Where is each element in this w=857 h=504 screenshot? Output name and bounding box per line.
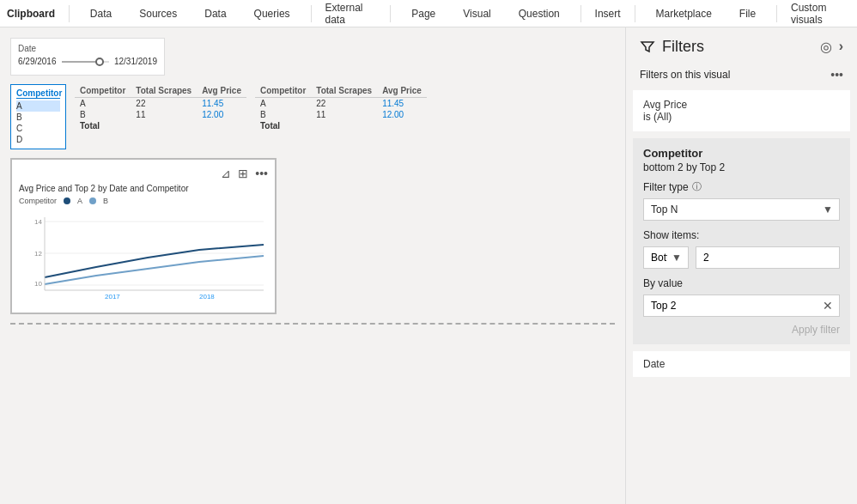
table-row-total: Total — [75, 120, 246, 131]
slicer-label: Date — [18, 44, 157, 53]
filters-title: Filters — [640, 38, 704, 56]
canvas: Date 6/29/2016 12/31/2019 Competitor A B… — [0, 27, 625, 504]
info-icon: ⓘ — [692, 180, 702, 193]
ribbon-divider4 — [580, 5, 581, 22]
table1: Competitor Total Scrapes Avg Price A 22 … — [75, 84, 246, 131]
chart-svg: 14 12 10 2017 2018 Date — [19, 209, 268, 303]
comp-header: Competitor — [16, 88, 60, 99]
bottom-select-wrapper: Bottom Top ▼ — [643, 246, 689, 269]
competitor-filter-subtitle: bottom 2 by Top 2 — [643, 161, 840, 173]
ribbon-tab-marketplace[interactable]: Marketplace — [648, 4, 718, 23]
bottom-select[interactable]: Bottom Top — [643, 246, 689, 269]
avg-price-value: is (All) — [643, 111, 840, 123]
ribbon-tab-queries[interactable]: Queries — [247, 4, 297, 23]
legend-dot-A — [64, 197, 70, 204]
ribbon-row1: Clipboard Data Sources Data Queries Exte… — [0, 0, 857, 27]
table1-header-scrapes: Total Scrapes — [131, 84, 197, 98]
table1-header-competitor: Competitor — [75, 84, 131, 98]
filter-type-select[interactable]: Top N Basic filtering Advanced filtering — [643, 198, 840, 221]
ribbon-tab-data1[interactable]: Data — [83, 4, 119, 23]
ribbon-tab-visual[interactable]: Visual — [456, 4, 497, 23]
svg-text:14: 14 — [34, 218, 42, 226]
svg-text:12: 12 — [34, 250, 42, 258]
legend-dot-B — [89, 197, 96, 204]
filters-on-visual-row: Filters on this visual ••• — [626, 63, 857, 87]
filters-on-visual-label: Filters on this visual — [640, 69, 730, 81]
table-row: B 11 12.00 — [75, 109, 246, 120]
eye-icon[interactable]: ◎ — [820, 39, 832, 55]
table1-wrapper: Competitor Total Scrapes Avg Price A 22 … — [75, 84, 246, 131]
by-value-input[interactable] — [643, 295, 840, 317]
table2-header-competitor: Competitor — [255, 84, 311, 98]
competitor-selector[interactable]: Competitor A B C D — [10, 84, 66, 149]
by-value-input-wrapper: ✕ — [643, 295, 840, 317]
filter-type-row: Filter type ⓘ — [643, 180, 840, 193]
filter-icon[interactable]: ⊿ — [221, 167, 231, 180]
slider-end-date: 12/31/2019 — [114, 57, 157, 66]
comp-item-C[interactable]: C — [16, 123, 60, 134]
insert-label: Insert — [595, 8, 621, 20]
avg-price-filter-card[interactable]: Avg Price is (All) — [633, 90, 850, 131]
by-value-label: By value — [643, 277, 840, 289]
apply-filter-button[interactable]: Apply filter — [792, 324, 840, 336]
filters-actions: ◎ › — [820, 39, 843, 55]
table2: Competitor Total Scrapes Avg Price A 22 … — [255, 84, 427, 131]
legend-label: Competitor — [19, 197, 57, 205]
chart-legend: Competitor A B — [19, 197, 268, 205]
date-slicer: Date 6/29/2016 12/31/2019 — [10, 38, 165, 76]
filters-panel: Filters ◎ › Filters on this visual ••• A… — [625, 27, 857, 504]
legend-item-A: A — [77, 197, 82, 205]
filter-funnel-icon — [640, 39, 655, 55]
ribbon-tab-page[interactable]: Page — [404, 4, 442, 23]
legend-item-B: B — [103, 197, 108, 205]
show-items-row: Bottom Top ▼ — [643, 246, 840, 269]
chart-wrapper: ⊿ ⊞ ••• Avg Price and Top 2 by Date and … — [10, 158, 615, 314]
svg-text:2018: 2018 — [199, 293, 215, 301]
table-row: A 22 11.45 — [75, 98, 246, 110]
table-row: A 22 11.45 — [255, 98, 427, 110]
slider-thumb[interactable] — [95, 58, 104, 66]
chart-container: ⊿ ⊞ ••• Avg Price and Top 2 by Date and … — [10, 158, 277, 314]
ribbon-tab-question[interactable]: Question — [512, 4, 567, 23]
comp-item-B[interactable]: B — [16, 112, 60, 123]
ribbon-divider1 — [69, 5, 70, 22]
table2-header-scrapes: Total Scrapes — [311, 84, 377, 98]
ribbon-tab-data2[interactable]: Data — [198, 4, 233, 23]
slider-track[interactable] — [62, 61, 109, 63]
apply-filter-row: Apply filter — [643, 317, 840, 336]
ribbon-tab-sources[interactable]: Sources — [132, 4, 184, 23]
avg-price-label: Avg Price — [643, 99, 840, 111]
table-row-total: Total — [255, 120, 427, 131]
chart-title: Avg Price and Top 2 by Date and Competit… — [19, 184, 268, 193]
svg-text:2017: 2017 — [105, 293, 120, 301]
main-area: Date 6/29/2016 12/31/2019 Competitor A B… — [0, 27, 857, 504]
chart-toolbar: ⊿ ⊞ ••• — [19, 167, 268, 180]
number-input[interactable] — [696, 246, 840, 269]
comp-item-D[interactable]: D — [16, 134, 60, 145]
dashed-separator — [10, 323, 615, 325]
date-filter-card[interactable]: Date — [633, 351, 850, 377]
filters-title-text: Filters — [662, 38, 704, 56]
slider-container: 6/29/2016 12/31/2019 — [18, 57, 157, 66]
comp-item-A[interactable]: A — [16, 100, 60, 112]
slider-start-date: 6/29/2016 — [18, 57, 57, 66]
ribbon-divider3 — [390, 5, 391, 22]
competitor-filter-title: Competitor — [643, 147, 840, 160]
chevron-right-icon[interactable]: › — [839, 39, 843, 55]
table1-header-price: Avg Price — [197, 84, 246, 98]
custom-visuals-label: Custom visuals — [791, 2, 850, 26]
table2-header-price: Avg Price — [377, 84, 427, 98]
more-options-icon[interactable]: ••• — [255, 167, 268, 180]
competitor-filter-card: Competitor bottom 2 by Top 2 Filter type… — [633, 138, 850, 344]
ribbon-tab-file[interactable]: File — [732, 4, 763, 23]
external-data-label: External data — [325, 2, 376, 26]
ribbon-divider5 — [635, 5, 635, 22]
clipboard-label: Clipboard — [7, 8, 55, 20]
filters-ellipsis-icon[interactable]: ••• — [830, 68, 843, 82]
clear-icon[interactable]: ✕ — [823, 299, 833, 313]
expand-icon[interactable]: ⊞ — [238, 167, 248, 180]
svg-text:Date: Date — [135, 301, 149, 303]
show-items-label: Show items: — [643, 229, 840, 241]
table2-wrapper: Competitor Total Scrapes Avg Price A 22 … — [255, 84, 427, 131]
filter-type-label: Filter type — [643, 181, 689, 193]
